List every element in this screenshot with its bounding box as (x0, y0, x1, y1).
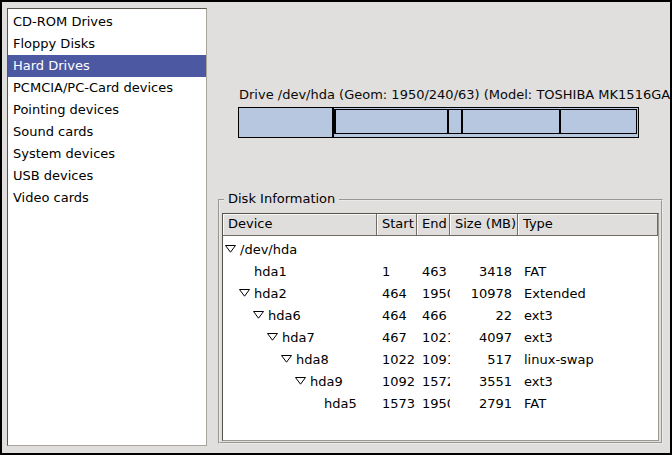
end-cell: 1091 (417, 352, 450, 367)
drive-title: Drive /dev/hda (Geom: 1950/240/63) (Mode… (239, 87, 672, 102)
start-cell: 1573 (377, 396, 417, 411)
device-label: hda2 (254, 286, 287, 301)
sidebar-item-sound-cards[interactable]: Sound cards (8, 121, 206, 143)
device-label: hda6 (268, 308, 301, 323)
device-cell: hda6 (223, 308, 377, 323)
table-row-hda7[interactable]: hda746710214097ext3 (223, 326, 658, 348)
tree-expander-icon[interactable] (239, 289, 254, 297)
size-cell: 2791 (450, 396, 518, 411)
start-cell: 1092 (377, 374, 417, 389)
table-row-hda9[interactable]: hda9109215723551ext3 (223, 370, 658, 392)
disk-information-frame: Disk Information DeviceStartEndSize (MB)… (218, 199, 663, 444)
tree-expander-icon[interactable] (281, 355, 296, 363)
table-row-hda5[interactable]: hda5157319502791FAT (223, 392, 658, 414)
end-cell: 1950 (417, 396, 450, 411)
column-header-size[interactable]: Size (MB) (450, 214, 518, 236)
type-cell: FAT (518, 396, 658, 411)
table-row-dev-hda[interactable]: /dev/hda (223, 238, 658, 260)
device-cell: hda7 (223, 330, 377, 345)
tree-indent (225, 293, 239, 294)
disk-information-frame-label: Disk Information (224, 190, 339, 208)
table-row-hda2[interactable]: hda2464195010978Extended (223, 282, 658, 304)
device-category-list: CD-ROM DrivesFloppy DisksHard DrivesPCMC… (7, 8, 207, 446)
end-cell: 1950 (417, 286, 450, 301)
type-cell: ext3 (518, 374, 658, 389)
tree-indent (225, 337, 267, 338)
start-cell: 464 (377, 286, 417, 301)
table-body: /dev/hdahda114633418FAThda2464195010978E… (223, 236, 658, 414)
size-cell: 4097 (450, 330, 518, 345)
device-label: hda9 (310, 374, 343, 389)
sidebar-item-pointing-devices[interactable]: Pointing devices (8, 99, 206, 121)
device-cell: hda2 (223, 286, 377, 301)
partition-segment-hda1 (238, 107, 333, 138)
size-cell: 3418 (450, 264, 518, 279)
column-header-type[interactable]: Type (518, 214, 658, 236)
device-cell: hda1 (223, 264, 377, 279)
end-cell: 466 (417, 308, 450, 323)
tree-expander-icon[interactable] (295, 377, 310, 385)
tree-indent (225, 315, 253, 316)
hardware-browser-window: CD-ROM DrivesFloppy DisksHard DrivesPCMC… (0, 0, 672, 455)
tree-indent (225, 381, 295, 382)
size-cell: 10978 (450, 286, 518, 301)
sidebar-item-video-cards[interactable]: Video cards (8, 187, 206, 209)
sidebar-item-pcmcia-pc-card-devices[interactable]: PCMCIA/PC-Card devices (8, 77, 206, 99)
size-cell: 22 (450, 308, 518, 323)
start-cell: 464 (377, 308, 417, 323)
table-row-hda8[interactable]: hda810221091517linux-swap (223, 348, 658, 370)
sidebar-item-cd-rom-drives[interactable]: CD-ROM Drives (8, 11, 206, 33)
table-row-hda1[interactable]: hda114633418FAT (223, 260, 658, 282)
device-label: hda8 (296, 352, 329, 367)
sidebar-item-usb-devices[interactable]: USB devices (8, 165, 206, 187)
table-header-row: DeviceStartEndSize (MB)Type (223, 214, 658, 236)
size-cell: 517 (450, 352, 518, 367)
sidebar-item-floppy-disks[interactable]: Floppy Disks (8, 33, 206, 55)
end-cell: 463 (417, 264, 450, 279)
type-cell: ext3 (518, 308, 658, 323)
device-cell: hda9 (223, 374, 377, 389)
partition-segment-hda9 (462, 109, 560, 134)
sidebar-item-hard-drives[interactable]: Hard Drives (8, 55, 206, 77)
partition-bar (238, 107, 639, 138)
size-cell: 3551 (450, 374, 518, 389)
disk-info-table: DeviceStartEndSize (MB)Type /dev/hdahda1… (222, 213, 659, 441)
tree-expander-icon[interactable] (267, 333, 282, 341)
device-label: hda1 (254, 264, 287, 279)
device-cell: /dev/hda (223, 242, 377, 257)
device-label: /dev/hda (240, 242, 297, 257)
column-header-device[interactable]: Device (223, 214, 377, 236)
device-cell: hda5 (223, 396, 377, 411)
partition-segment-hda7 (335, 109, 448, 134)
column-header-start[interactable]: Start (377, 214, 417, 236)
tree-indent (225, 359, 281, 360)
column-header-end[interactable]: End (417, 214, 450, 236)
table-row-hda6[interactable]: hda646446622ext3 (223, 304, 658, 326)
tree-expander-icon[interactable] (253, 311, 268, 319)
start-cell: 1022 (377, 352, 417, 367)
partition-segment-hda8 (448, 109, 462, 134)
tree-expander-icon[interactable] (225, 245, 240, 253)
end-cell: 1021 (417, 330, 450, 345)
partition-segment-hda5 (560, 109, 637, 134)
tree-indent (225, 271, 239, 272)
tree-indent (225, 403, 309, 404)
device-label: hda7 (282, 330, 315, 345)
device-label: hda5 (324, 396, 357, 411)
type-cell: linux-swap (518, 352, 658, 367)
type-cell: Extended (518, 286, 658, 301)
type-cell: FAT (518, 264, 658, 279)
start-cell: 467 (377, 330, 417, 345)
device-cell: hda8 (223, 352, 377, 367)
start-cell: 1 (377, 264, 417, 279)
type-cell: ext3 (518, 330, 658, 345)
sidebar-item-system-devices[interactable]: System devices (8, 143, 206, 165)
end-cell: 1572 (417, 374, 450, 389)
